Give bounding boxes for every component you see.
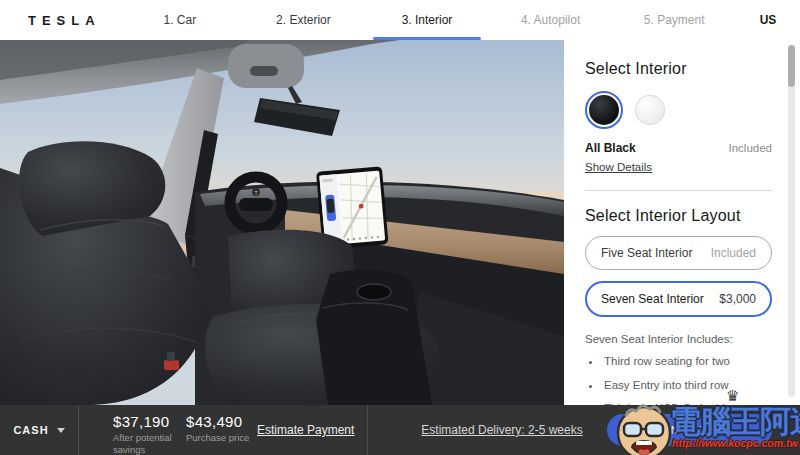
black-and-white-color-icon <box>635 95 665 125</box>
step-payment[interactable]: 5. Payment <box>612 0 736 40</box>
list-item: Easy Entry into third row <box>602 377 772 394</box>
next-button[interactable]: NEXT <box>607 414 772 446</box>
estimated-delivery-link[interactable]: Estimated Delivery: 2-5 weeks <box>397 423 607 437</box>
footer-divider <box>367 405 368 455</box>
step-nav: 1. Car 2. Exterior 3. Interior 4. Autopi… <box>118 0 736 40</box>
tesla-logo[interactable]: TESLA <box>0 13 118 28</box>
step-interior[interactable]: 3. Interior <box>365 0 489 40</box>
chevron-down-icon <box>57 428 65 433</box>
includes-list: Third row seating for two Easy Entry int… <box>585 353 772 405</box>
section-divider <box>585 190 772 191</box>
select-layout-title: Select Interior Layout <box>585 207 772 225</box>
footer-divider <box>78 405 79 455</box>
swatch-black-and-white[interactable] <box>631 91 669 129</box>
all-black-color-icon <box>589 95 619 125</box>
select-interior-title: Select Interior <box>585 60 772 78</box>
payment-method-dropdown[interactable]: CASH <box>0 405 78 455</box>
selected-interior-name: All Black <box>585 141 636 155</box>
step-exterior[interactable]: 2. Exterior <box>242 0 366 40</box>
car-interior-illustration: T <box>0 40 564 405</box>
scrollbar-thumb[interactable] <box>788 45 795 87</box>
selected-interior-price: Included <box>729 142 772 154</box>
savings-price: $37,190 After potential savings <box>113 413 183 455</box>
purchase-price: $43,490 Purchase price <box>186 413 256 444</box>
svg-text:T: T <box>254 190 258 196</box>
region-selector[interactable]: US <box>736 13 800 27</box>
sidebar-scrollbar[interactable] <box>788 45 795 397</box>
swatch-all-black[interactable] <box>585 91 623 129</box>
show-details-link[interactable]: Show Details <box>585 161 652 173</box>
list-item: Third row seating for two <box>602 353 772 370</box>
option-seven-seat[interactable]: Seven Seat Interior $3,000 <box>585 281 772 317</box>
interior-color-swatches <box>585 91 772 129</box>
summary-bar: CASH $37,190 After potential savings $43… <box>0 405 800 455</box>
tesla-configurator: TESLA 1. Car 2. Exterior 3. Interior 4. … <box>0 0 800 455</box>
step-car[interactable]: 1. Car <box>118 0 242 40</box>
option-five-seat[interactable]: Five Seat Interior Included <box>585 236 772 270</box>
config-sidebar: Select Interior All Black Included Show … <box>564 40 800 405</box>
estimate-payment-link[interactable]: Estimate Payment <box>257 423 354 437</box>
car-interior-image: T <box>0 40 564 405</box>
includes-title: Seven Seat Interior Includes: <box>585 333 772 345</box>
step-autopilot[interactable]: 4. Autopilot <box>489 0 613 40</box>
top-nav: TESLA 1. Car 2. Exterior 3. Interior 4. … <box>0 0 800 40</box>
